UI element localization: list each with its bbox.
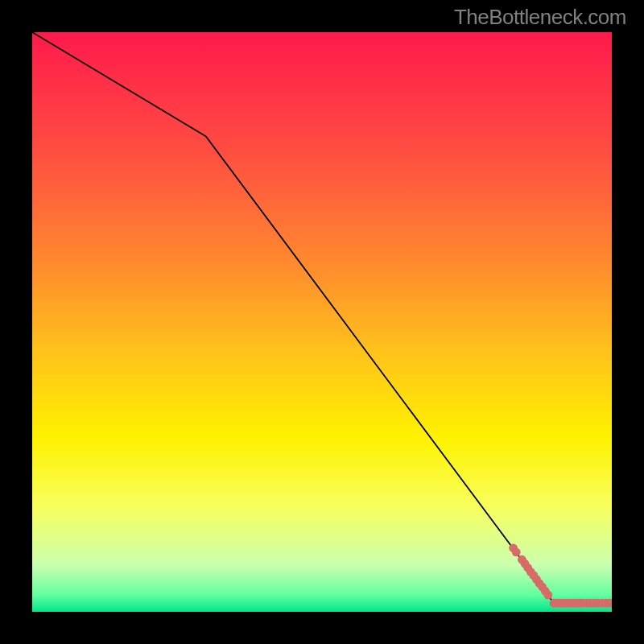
attribution-label: TheBottleneck.com — [454, 5, 626, 30]
chart-frame: TheBottleneck.com — [0, 0, 644, 644]
data-point — [512, 547, 521, 556]
chart-background — [32, 32, 612, 612]
chart-plot — [32, 32, 612, 612]
data-point — [543, 591, 552, 600]
